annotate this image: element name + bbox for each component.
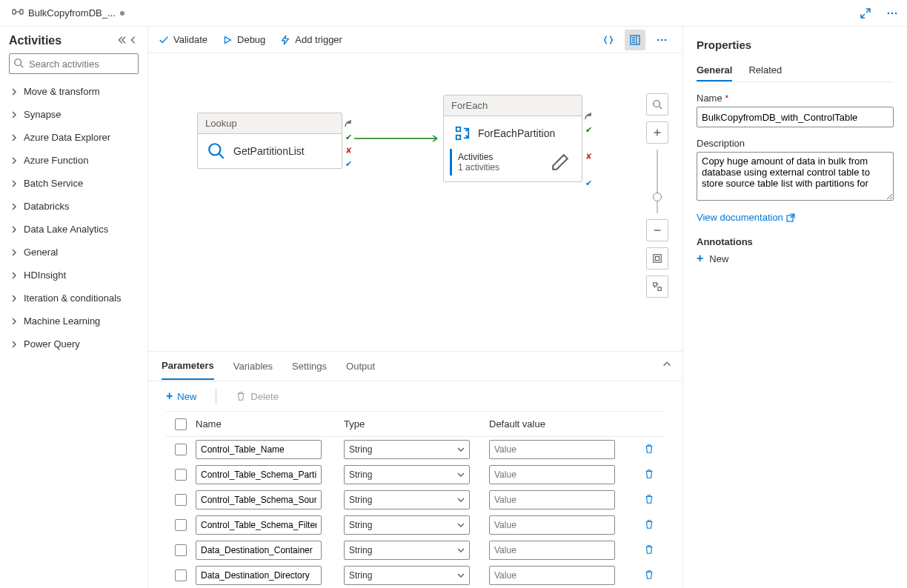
- lookup-icon: [207, 141, 226, 161]
- pipeline-description-input[interactable]: [697, 152, 894, 201]
- param-value-input[interactable]: [489, 465, 615, 484]
- collapse-all-icon[interactable]: [116, 35, 127, 47]
- zoom-fit-button[interactable]: [646, 247, 668, 270]
- activity-category[interactable]: Azure Function: [9, 149, 139, 172]
- pipeline-icon: [12, 6, 24, 20]
- tab-variables[interactable]: Variables: [233, 353, 273, 379]
- pipeline-tab[interactable]: BulkCopyfromDB_...: [6, 3, 130, 23]
- col-name: Name: [196, 418, 344, 430]
- foreach-output-markers: ✔ ✘ ✔: [584, 111, 593, 188]
- properties-panel: Properties General Related Name * Descri…: [683, 27, 907, 588]
- param-name-input[interactable]: [196, 515, 322, 535]
- collapse-bottom-icon[interactable]: [662, 359, 672, 372]
- view-documentation-link[interactable]: View documentation: [697, 212, 795, 223]
- param-value-input[interactable]: [489, 541, 615, 560]
- activity-category[interactable]: HDInsight: [9, 264, 139, 287]
- code-view-icon[interactable]: [598, 30, 619, 50]
- properties-tab-related[interactable]: Related: [748, 60, 782, 81]
- zoom-reset-button[interactable]: [646, 275, 668, 298]
- foreach-header: ForEach: [444, 96, 582, 116]
- tab-strip: BulkCopyfromDB_...: [0, 0, 907, 27]
- foreach-activities-row[interactable]: Activities 1 activities: [450, 149, 576, 176]
- row-checkbox[interactable]: [175, 519, 187, 531]
- zoom-out-button[interactable]: [646, 219, 668, 241]
- parameter-row: String: [166, 512, 665, 538]
- tab-more-icon[interactable]: [883, 4, 901, 22]
- lookup-title: GetPartitionList: [233, 145, 305, 157]
- new-parameter-button[interactable]: + New: [166, 390, 196, 403]
- tab-output[interactable]: Output: [346, 353, 375, 379]
- activity-category[interactable]: Synapse: [9, 103, 139, 126]
- param-value-input[interactable]: [489, 440, 615, 459]
- param-name-input[interactable]: [196, 465, 322, 484]
- param-value-input[interactable]: [489, 566, 615, 585]
- svg-rect-14: [654, 255, 662, 263]
- param-type-select[interactable]: String: [344, 440, 470, 459]
- zoom-in-button[interactable]: [646, 121, 668, 144]
- collapse-panel-icon[interactable]: [128, 35, 139, 47]
- tab-title: BulkCopyfromDB_...: [28, 7, 116, 19]
- activity-category[interactable]: Azure Data Explorer: [9, 126, 139, 149]
- edit-icon[interactable]: [551, 153, 570, 172]
- svg-rect-1: [20, 10, 23, 14]
- delete-row-icon[interactable]: [644, 469, 654, 481]
- delete-row-icon[interactable]: [644, 544, 654, 557]
- select-all-checkbox[interactable]: [175, 418, 187, 430]
- param-name-input[interactable]: [196, 440, 322, 459]
- svg-rect-15: [655, 256, 659, 260]
- param-type-select[interactable]: String: [344, 541, 470, 560]
- validate-button[interactable]: Validate: [159, 34, 207, 45]
- properties-tab-general[interactable]: General: [697, 60, 732, 81]
- activity-category[interactable]: Machine Learning: [9, 310, 139, 333]
- param-name-input[interactable]: [196, 490, 322, 510]
- svg-rect-11: [456, 127, 461, 132]
- svg-point-4: [895, 12, 897, 14]
- row-checkbox[interactable]: [175, 469, 187, 481]
- lookup-header: Lookup: [198, 113, 342, 134]
- search-input[interactable]: [9, 53, 139, 74]
- svg-point-13: [654, 101, 660, 107]
- pipeline-name-input[interactable]: [697, 107, 894, 127]
- add-trigger-button[interactable]: Add trigger: [280, 34, 342, 45]
- row-checkbox[interactable]: [175, 569, 187, 581]
- tab-parameters[interactable]: Parameters: [162, 353, 214, 380]
- row-checkbox[interactable]: [175, 494, 187, 506]
- zoom-slider[interactable]: [657, 150, 658, 213]
- foreach-activity[interactable]: ForEach ForEachPartition Activities 1 ac…: [443, 95, 582, 182]
- param-name-input[interactable]: [196, 566, 322, 585]
- debug-button[interactable]: Debug: [222, 34, 265, 45]
- lookup-activity[interactable]: Lookup GetPartitionList: [197, 113, 342, 169]
- delete-row-icon[interactable]: [644, 519, 654, 532]
- activity-category[interactable]: Move & transform: [9, 80, 139, 103]
- delete-row-icon[interactable]: [644, 444, 654, 456]
- zoom-search-button[interactable]: [646, 93, 668, 116]
- param-name-input[interactable]: [196, 541, 322, 560]
- param-type-select[interactable]: String: [344, 566, 470, 585]
- row-checkbox[interactable]: [175, 444, 187, 455]
- col-type: Type: [344, 418, 489, 430]
- param-value-input[interactable]: [489, 515, 615, 535]
- expand-icon[interactable]: [857, 4, 874, 22]
- success-connector: [354, 134, 443, 143]
- activity-category[interactable]: General: [9, 241, 139, 264]
- svg-point-3: [891, 12, 894, 14]
- param-value-input[interactable]: [489, 490, 615, 510]
- toolbar-more-icon[interactable]: [651, 30, 672, 50]
- lookup-output-markers: ✔ ✘ ✔: [344, 118, 353, 169]
- tab-settings[interactable]: Settings: [292, 353, 327, 379]
- activity-category[interactable]: Power Query: [9, 333, 139, 355]
- param-type-select[interactable]: String: [344, 465, 470, 484]
- param-type-select[interactable]: String: [344, 490, 470, 510]
- row-checkbox[interactable]: [175, 544, 187, 556]
- delete-row-icon[interactable]: [644, 569, 654, 582]
- properties-toggle-icon[interactable]: [625, 30, 645, 50]
- param-type-select[interactable]: String: [344, 515, 470, 535]
- delete-row-icon[interactable]: [644, 494, 654, 507]
- svg-point-5: [15, 59, 21, 66]
- activity-category[interactable]: Databricks: [9, 195, 139, 218]
- activity-category[interactable]: Iteration & conditionals: [9, 287, 139, 310]
- activity-category[interactable]: Batch Service: [9, 172, 139, 195]
- new-annotation-button[interactable]: + New: [697, 252, 894, 265]
- activity-category[interactable]: Data Lake Analytics: [9, 218, 139, 241]
- activities-panel: Activities Move & transformSynapseAzure …: [0, 27, 148, 588]
